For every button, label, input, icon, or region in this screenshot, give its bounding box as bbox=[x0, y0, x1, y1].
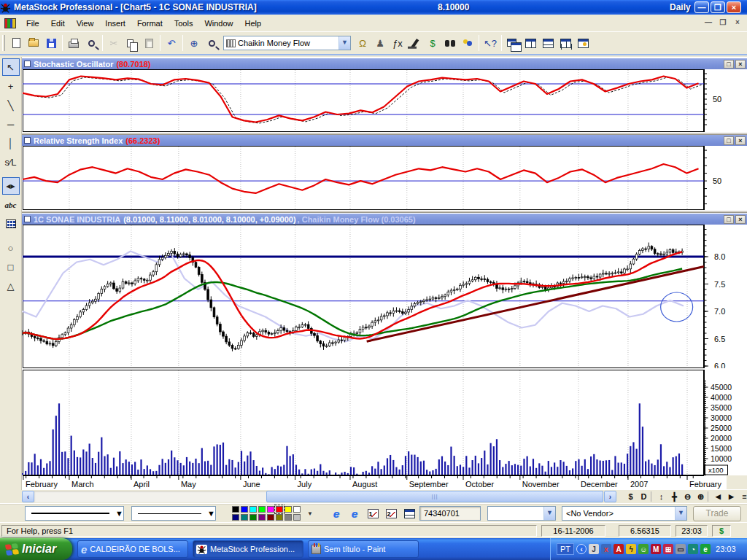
menu-format[interactable]: Format bbox=[131, 17, 169, 30]
tile-grid-icon[interactable] bbox=[557, 34, 574, 52]
menu-window[interactable]: Window bbox=[198, 17, 239, 30]
layout-top-icon[interactable] bbox=[401, 505, 417, 521]
explorer-telescope-icon[interactable] bbox=[406, 34, 424, 52]
color-swatch[interactable] bbox=[258, 514, 266, 521]
menu-file[interactable]: File bbox=[20, 17, 45, 30]
interval-combo[interactable]: ▼ bbox=[487, 506, 556, 521]
options-window-icon[interactable] bbox=[574, 34, 592, 52]
network-error-icon[interactable]: x bbox=[601, 544, 611, 554]
taskbar-task[interactable]: eCALDEIRÃO DE BOLS... bbox=[77, 540, 188, 558]
panel-select-box[interactable] bbox=[24, 61, 31, 67]
scrollbar-right-arrow[interactable]: › bbox=[604, 491, 616, 502]
crosshair-tool[interactable]: + bbox=[2, 77, 20, 95]
panel-splitter[interactable] bbox=[22, 210, 747, 213]
color-swatch[interactable] bbox=[232, 514, 239, 521]
open-icon[interactable] bbox=[25, 34, 42, 52]
system-tester-icon[interactable] bbox=[459, 34, 476, 52]
expand-vertical-icon[interactable]: ↕ bbox=[655, 491, 667, 502]
taskbar-task[interactable]: Sem título - Paint bbox=[308, 540, 419, 558]
zoom-window-icon[interactable] bbox=[203, 34, 220, 52]
chart-2-icon[interactable]: 2 bbox=[383, 505, 399, 521]
panel-select-box[interactable] bbox=[24, 216, 31, 222]
color-swatch[interactable] bbox=[267, 506, 274, 513]
internet-e-icon[interactable]: e bbox=[700, 544, 711, 554]
display-icon[interactable]: ▭ bbox=[676, 544, 686, 554]
text-tool[interactable]: abc bbox=[2, 196, 20, 214]
color-swatch[interactable] bbox=[258, 506, 266, 513]
msn-m-icon[interactable]: M bbox=[651, 544, 661, 554]
layout-list-icon[interactable]: ≡ bbox=[738, 491, 747, 502]
scrollbar-left-arrow[interactable]: ‹ bbox=[22, 491, 34, 502]
new-chart-icon[interactable] bbox=[7, 34, 25, 52]
refresh-quotes-icon[interactable]: e bbox=[347, 505, 363, 521]
color-swatch[interactable] bbox=[276, 506, 283, 513]
scroll-right-icon[interactable]: ▶ bbox=[725, 491, 738, 502]
expert-advisor-icon[interactable]: ♟ bbox=[371, 34, 389, 52]
line-style-combo[interactable]: ▼ bbox=[25, 506, 124, 521]
panel-close-button[interactable]: × bbox=[735, 60, 746, 69]
color-swatch[interactable] bbox=[285, 514, 292, 521]
symbol-number-field[interactable]: 74340701 bbox=[419, 506, 481, 521]
restore-button[interactable]: ❐ bbox=[711, 1, 725, 13]
chevron-down-icon[interactable]: ▼ bbox=[207, 509, 215, 518]
language-indicator[interactable]: PT bbox=[557, 543, 574, 555]
crosshair-icon[interactable]: ⊕ bbox=[185, 34, 203, 52]
start-button[interactable]: Iniciar bbox=[0, 538, 72, 560]
chevron-down-icon[interactable]: ▼ bbox=[115, 509, 123, 518]
panel-maximize-button[interactable]: □ bbox=[724, 215, 734, 224]
function-icon[interactable]: ƒx bbox=[389, 34, 406, 52]
color-swatch[interactable] bbox=[293, 514, 301, 521]
context-help-icon[interactable]: ↖? bbox=[481, 34, 499, 52]
color-swatch[interactable] bbox=[241, 514, 248, 521]
color-swatch[interactable] bbox=[293, 506, 301, 513]
close-button[interactable]: × bbox=[727, 1, 741, 13]
price-plot[interactable]: 8.07.57.06.56.0 bbox=[22, 225, 747, 368]
print-icon[interactable] bbox=[65, 34, 82, 52]
panel-select-box[interactable] bbox=[24, 137, 31, 144]
vendor-combo[interactable]: <No Vendor> ▼ bbox=[562, 506, 687, 521]
panel-close-button[interactable]: × bbox=[735, 215, 746, 224]
tile-horizontal-icon[interactable] bbox=[539, 34, 557, 52]
chevron-down-icon[interactable]: ▼ bbox=[543, 507, 555, 520]
color-swatch[interactable] bbox=[267, 514, 274, 521]
indicator-quicklist-combo[interactable]: Chaikin Money Flow▼ bbox=[223, 36, 351, 50]
color-swatch[interactable] bbox=[249, 506, 257, 513]
menu-tools[interactable]: Tools bbox=[169, 17, 199, 30]
vertical-line-tool[interactable]: │ bbox=[2, 134, 20, 152]
power-icon[interactable]: ϟ bbox=[626, 544, 636, 554]
pan-icon[interactable]: ╋ bbox=[668, 491, 681, 502]
lock-icon[interactable]: Ω bbox=[354, 34, 371, 52]
java-icon[interactable]: J bbox=[589, 544, 599, 554]
panel-close-button[interactable]: × bbox=[735, 136, 746, 145]
grid-tool[interactable] bbox=[2, 215, 20, 233]
rescale-icon[interactable]: $ bbox=[624, 491, 637, 502]
volume-plot[interactable]: 4500040000350003000025000200001500010000… bbox=[22, 370, 747, 475]
periodicity-daily-icon[interactable]: D bbox=[638, 491, 650, 502]
color-swatch[interactable] bbox=[285, 506, 292, 513]
scrollbar-thumb[interactable]: ||| bbox=[266, 491, 603, 502]
chevron-down-icon[interactable]: ▼ bbox=[675, 507, 686, 520]
palette-dropdown-icon[interactable]: ▼ bbox=[307, 510, 313, 517]
stochastic-plot[interactable]: 50 bbox=[22, 69, 747, 132]
panel-maximize-button[interactable]: □ bbox=[724, 60, 734, 69]
horizontal-line-tool[interactable]: ─ bbox=[2, 115, 20, 133]
binoculars-icon[interactable] bbox=[441, 34, 459, 52]
color-swatch[interactable] bbox=[276, 514, 283, 521]
pointer-tool[interactable]: ↖ bbox=[2, 58, 20, 76]
grid-app-icon[interactable]: ⊞ bbox=[663, 544, 673, 554]
gauge-icon[interactable]: ◔ bbox=[688, 544, 698, 554]
menu-insert[interactable]: Insert bbox=[99, 17, 131, 30]
chart-1-icon[interactable]: 1 bbox=[365, 505, 381, 521]
trade-button[interactable]: Trade bbox=[693, 506, 741, 521]
save-icon[interactable] bbox=[42, 34, 60, 52]
scrollbar-track[interactable]: ||| bbox=[34, 491, 603, 502]
dollar-icon[interactable]: $ bbox=[424, 34, 441, 52]
taskbar-task[interactable]: MetaStock Profession... bbox=[193, 540, 303, 558]
color-swatch[interactable] bbox=[241, 506, 248, 513]
tile-vertical-icon[interactable] bbox=[522, 34, 539, 52]
chevron-down-icon[interactable]: ▼ bbox=[338, 36, 350, 50]
color-swatch[interactable] bbox=[232, 506, 239, 513]
undo-icon[interactable]: ↶ bbox=[163, 34, 180, 52]
menu-view[interactable]: View bbox=[71, 17, 100, 30]
rectangle-tool[interactable]: □ bbox=[2, 258, 20, 276]
